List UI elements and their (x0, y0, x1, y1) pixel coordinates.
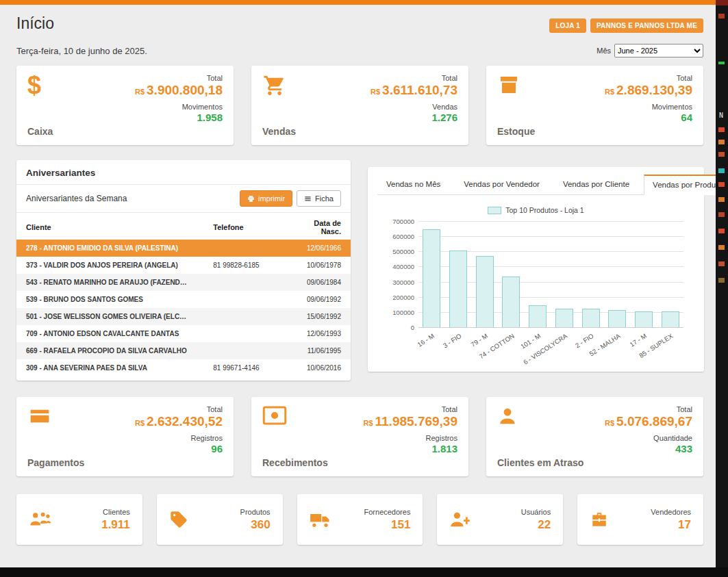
mini-card-usuarios[interactable]: Usuários 22 (437, 494, 563, 545)
mini-card-vendedores[interactable]: Vendedores 17 (577, 494, 703, 545)
chart-legend: Top 10 Produtos - Loja 1 (377, 206, 694, 214)
ficha-button[interactable]: Ficha (297, 190, 341, 207)
mini-card-produtos[interactable]: Produtos 360 (157, 494, 283, 545)
background-window-fragment (718, 229, 725, 233)
birthdays-subtitle: Aniversariantes da Semana (26, 194, 127, 203)
table-row[interactable]: 278 - ANTONIO EMIDIO DA SILVA (PALESTINA… (16, 240, 351, 257)
printer-icon (247, 195, 255, 203)
x-tick-label: 16 - M (416, 332, 436, 348)
y-tick-label: 0 (375, 324, 414, 331)
card-vendas[interactable]: Vendas Total R$3.611.610,73 Vendas 1.276 (251, 66, 468, 145)
chart-plot: 0100000200000300000400000500000600000700… (418, 221, 683, 328)
col-data-nasc: Data de Nasc. (284, 214, 351, 240)
background-window-fragment (718, 140, 725, 144)
gridline (418, 236, 683, 237)
person-icon (497, 405, 518, 427)
box-icon (497, 74, 520, 96)
card-clientes-atraso[interactable]: Clientes em Atraso Total R$5.076.869,67 … (486, 397, 703, 476)
card-caixa-label: Caixa (27, 126, 53, 137)
total-value: R$3.900.800,18 (135, 83, 223, 98)
tab-vendas-por-vendedor[interactable]: Vendas por Vendedor (455, 175, 549, 195)
background-window-fragment (718, 278, 725, 283)
truck-icon (310, 511, 331, 528)
mini-card-fornecedores[interactable]: Fornecedores 151 (297, 494, 423, 545)
background-window-fragment (718, 212, 725, 217)
chart-bar (423, 229, 440, 327)
month-select[interactable]: June - 2025 (614, 44, 703, 57)
chart-bar (449, 251, 467, 327)
credit-card-icon (27, 405, 52, 427)
mini-label: Fornecedores (364, 508, 411, 516)
company-badge[interactable]: PANNOS E PANNOS LTDA ME (590, 18, 703, 33)
mini-value: 151 (364, 518, 411, 532)
count-value: 1.813 (363, 443, 457, 454)
birthdays-title: Aniversariantes (16, 160, 351, 185)
card-pagamentos-label: Pagamentos (27, 457, 84, 468)
chart-bar (608, 310, 626, 327)
table-row[interactable]: 539 - BRUNO DOS SANTOS GOMES09/06/1992 (16, 291, 351, 308)
total-label: Total (363, 405, 457, 413)
count-value: 433 (605, 443, 692, 454)
store-badge[interactable]: LOJA 1 (549, 18, 586, 33)
x-tick-label: 17 - M (628, 332, 648, 348)
total-value: R$5.076.869,67 (605, 414, 692, 429)
x-tick-label: 101 - M (519, 332, 542, 350)
background-window-fragment (718, 261, 725, 266)
table-row[interactable]: 669 - RAFAELA PROCOPIO DA SILVA CARVALHO… (16, 342, 351, 359)
sales-tabs: Vendas no Mês Vendas por Vendedor Vendas… (377, 174, 694, 195)
gridline (418, 221, 683, 222)
tag-icon (169, 510, 188, 529)
tab-vendas-no-mes[interactable]: Vendas no Mês (377, 175, 449, 195)
total-value: R$11.985.769,39 (363, 414, 457, 429)
mini-label: Usuários (521, 508, 551, 516)
legend-label: Top 10 Produtos - Loja 1 (505, 206, 583, 214)
col-telefone: Telefone (203, 214, 284, 240)
background-window-fragment (716, 0, 728, 5)
print-button[interactable]: imprimir (240, 190, 292, 207)
mini-card-clientes[interactable]: Clientes 1.911 (16, 494, 142, 545)
count-value: 64 (605, 112, 692, 123)
background-window-fragment (718, 197, 725, 202)
table-row[interactable]: 543 - RENATO MARINHO DE ARAUJO (FAZEND…0… (16, 274, 351, 291)
card-pagamentos[interactable]: Pagamentos Total R$2.632.430,52 Registro… (16, 397, 234, 476)
y-tick-label: 200000 (375, 293, 414, 300)
background-window-fragment: N (719, 112, 723, 119)
x-tick-label: 3 - FIO (441, 332, 462, 349)
table-row[interactable]: 709 - ANTONIO EDSON CAVALCANTE DANTAS12/… (16, 325, 351, 342)
col-cliente: Cliente (16, 214, 203, 240)
mini-value: 1.911 (101, 518, 130, 532)
background-window-fragment (718, 14, 725, 18)
tab-vendas-por-produto[interactable]: Vendas por Produto (644, 175, 716, 195)
total-label: Total (371, 74, 457, 82)
table-row[interactable]: 373 - VALDIR DOS ANJOS PEREIRA (ANGELA)8… (16, 257, 351, 274)
chart-bar (555, 309, 573, 327)
card-recebimentos[interactable]: Recebimentos Total R$11.985.769,39 Regis… (251, 397, 468, 476)
top-stat-cards: $ Caixa Total R$3.900.800,18 Movimentos … (16, 66, 703, 145)
page-header: Início LOJA 1 PANNOS E PANNOS LTDA ME (16, 14, 703, 33)
card-estoque[interactable]: Estoque Total R$2.869.130,39 Movimentos … (486, 66, 703, 145)
banknote-icon (262, 405, 287, 426)
chart-bar (582, 309, 600, 327)
background-window-fragment (718, 62, 725, 64)
user-plus-icon (449, 511, 471, 528)
card-vendas-label: Vendas (262, 126, 296, 137)
x-tick-label: 79 - M (469, 332, 489, 348)
y-tick-label: 100000 (375, 308, 414, 316)
total-label: Total (135, 74, 223, 82)
y-tick-label: 400000 (375, 263, 414, 270)
count-label: Quantidade (605, 434, 692, 442)
current-date: Terça-feira, 10 de junho de 2025. (16, 46, 147, 56)
birthdays-table: Cliente Telefone Data de Nasc. 278 - ANT… (16, 214, 351, 376)
y-tick-label: 600000 (375, 233, 414, 240)
tab-vendas-por-cliente[interactable]: Vendas por Cliente (554, 175, 638, 195)
card-caixa[interactable]: $ Caixa Total R$3.900.800,18 Movimentos … (16, 66, 234, 145)
date-row: Terça-feira, 10 de junho de 2025. Mês Ju… (16, 44, 703, 57)
total-value: R$2.632.430,52 (135, 414, 223, 429)
table-row[interactable]: 309 - ANA SEVERINA PAES DA SILVA81 99671… (16, 359, 351, 376)
chart-bar (635, 311, 653, 327)
table-row[interactable]: 501 - JOSE WELISSON GOMES OLIVEIRA (ELC…… (16, 308, 351, 325)
card-recebimentos-label: Recebimentos (262, 457, 328, 468)
background-window-fragment (718, 152, 725, 157)
count-label: Movimentos (605, 103, 692, 111)
header-badges: LOJA 1 PANNOS E PANNOS LTDA ME (549, 18, 703, 33)
